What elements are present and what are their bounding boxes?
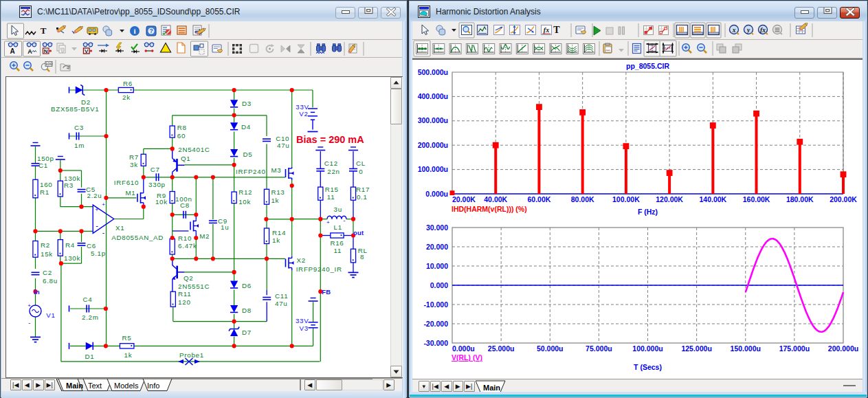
svg-text:1u: 1u (221, 223, 229, 231)
svg-text:L1: L1 (334, 223, 342, 231)
svg-text:500.000u: 500.000u (418, 68, 448, 76)
svg-text:R17: R17 (356, 186, 370, 193)
svg-text:V1: V1 (46, 311, 55, 319)
svg-text:400.000u: 400.000u (418, 92, 448, 100)
svg-text:10.000: 10.000 (426, 262, 448, 270)
svg-text:175.000u: 175.000u (779, 344, 810, 353)
svg-text:-: - (102, 229, 104, 236)
svg-text:R12: R12 (238, 188, 252, 196)
svg-text:M2: M2 (199, 232, 210, 240)
svg-text:Text: Text (88, 382, 102, 390)
svg-text:2N5401C: 2N5401C (178, 146, 210, 153)
svg-text:1k: 1k (272, 236, 280, 244)
svg-text:150.000u: 150.000u (731, 344, 761, 353)
svg-text:100.000u: 100.000u (632, 344, 663, 353)
svg-text:F (Hz): F (Hz) (638, 208, 658, 216)
svg-text:V3: V3 (299, 324, 308, 332)
svg-text:20.00K: 20.00K (452, 195, 476, 203)
svg-text:1k: 1k (124, 351, 133, 359)
svg-text:A: A (27, 48, 32, 55)
svg-text:R5: R5 (122, 334, 132, 342)
svg-text:IRFP240: IRFP240 (236, 168, 266, 175)
svg-text:80.00K: 80.00K (571, 195, 594, 203)
svg-text:A: A (10, 47, 14, 55)
svg-text:50.000u: 50.000u (537, 344, 564, 353)
svg-text:33V: 33V (296, 317, 309, 324)
svg-text:0.000u: 0.000u (452, 344, 475, 353)
svg-text:140.00K: 140.00K (699, 195, 726, 203)
svg-text:+: + (95, 206, 98, 213)
svg-text:60: 60 (177, 132, 186, 140)
svg-text:25.000u: 25.000u (488, 344, 515, 353)
svg-text:V2: V2 (299, 110, 308, 118)
svg-text:R15: R15 (325, 186, 339, 193)
svg-text:R3: R3 (64, 181, 74, 189)
svg-text:V: V (85, 48, 89, 54)
svg-text:T: T (41, 25, 47, 36)
svg-text:+: + (102, 201, 105, 208)
svg-text:R11: R11 (178, 290, 191, 298)
svg-text:0: 0 (359, 168, 363, 175)
svg-text:BZX585-B5V1: BZX585-B5V1 (51, 105, 99, 113)
svg-text:R2: R2 (41, 241, 50, 249)
svg-text:C3: C3 (74, 124, 84, 131)
svg-text:1m: 1m (74, 142, 85, 149)
svg-text:20.000: 20.000 (426, 243, 448, 251)
svg-text:60.00K: 60.00K (528, 195, 551, 203)
svg-text:2.2u: 2.2u (87, 192, 102, 199)
svg-text:130k: 130k (64, 254, 80, 262)
svg-text:+: + (326, 219, 330, 225)
svg-text:33V: 33V (296, 103, 309, 111)
svg-text:Q1: Q1 (181, 155, 190, 162)
svg-text:R10: R10 (178, 234, 192, 242)
svg-text:3u: 3u (334, 206, 342, 213)
svg-text:Probe1: Probe1 (179, 351, 204, 359)
svg-text:8: 8 (360, 253, 364, 261)
svg-text:FB: FB (322, 288, 331, 296)
svg-text:T: T (553, 25, 560, 35)
svg-text:120: 120 (178, 298, 190, 306)
svg-text:IHD(HARM(v(RL))) (%): IHD(HARM(v(RL))) (%) (452, 205, 527, 213)
svg-text:3k: 3k (130, 161, 138, 168)
svg-text:pp_8055.CIR: pp_8055.CIR (626, 62, 669, 70)
svg-text:11: 11 (327, 193, 335, 201)
svg-text:40.00K: 40.00K (484, 195, 507, 203)
svg-text:Q2: Q2 (183, 274, 193, 282)
svg-text:120.00K: 120.00K (656, 195, 683, 203)
svg-text:R4: R4 (65, 241, 75, 249)
svg-text:M3: M3 (271, 166, 281, 174)
svg-text:100.000u: 100.000u (418, 165, 448, 173)
svg-text:R8: R8 (177, 124, 187, 131)
svg-text:100.00K: 100.00K (612, 195, 640, 203)
svg-text:22n: 22n (327, 168, 340, 175)
svg-text:-10.000: -10.000 (423, 300, 448, 309)
svg-text:-: - (28, 320, 31, 327)
svg-text:Main: Main (483, 384, 500, 392)
svg-text:Info: Info (147, 382, 159, 390)
svg-text:D4: D4 (241, 123, 251, 131)
svg-text:47u: 47u (275, 300, 287, 307)
svg-text:10k: 10k (238, 198, 251, 206)
svg-text:-: - (344, 217, 346, 224)
svg-text:2N5551C: 2N5551C (178, 283, 210, 290)
svg-text:6.47k: 6.47k (178, 242, 197, 250)
svg-text:C7: C7 (151, 166, 160, 173)
svg-text:R14: R14 (272, 229, 286, 236)
svg-text:C6: C6 (87, 242, 96, 250)
svg-text:R1: R1 (40, 188, 49, 196)
svg-text:R7: R7 (129, 153, 139, 161)
svg-text:CL: CL (356, 159, 366, 167)
svg-text:160.00K: 160.00K (743, 195, 770, 203)
svg-text:M1: M1 (125, 189, 135, 197)
svg-text:in: in (34, 288, 40, 296)
svg-text:-20.000: -20.000 (423, 320, 448, 328)
svg-text:x: x (732, 27, 736, 34)
svg-text:C2: C2 (43, 269, 52, 276)
svg-text:6.8u: 6.8u (43, 277, 58, 285)
svg-text:300.000u: 300.000u (418, 116, 448, 124)
svg-text:200.000u: 200.000u (418, 141, 448, 149)
svg-text:200.00K: 200.00K (830, 195, 857, 203)
svg-text:+: + (27, 302, 31, 309)
svg-text:-: - (96, 221, 98, 230)
svg-text:Main: Main (66, 382, 83, 390)
